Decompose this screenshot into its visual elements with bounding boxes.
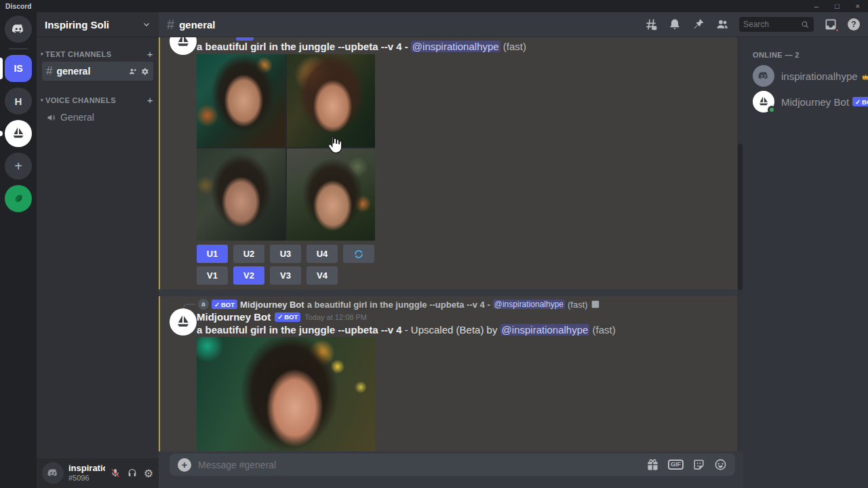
voice-channel-general[interactable]: General <box>42 108 153 126</box>
minimize-button[interactable]: – <box>814 3 818 10</box>
user-discriminator: #5096 <box>68 474 105 483</box>
reply-reference[interactable]: ✓BOT Midjourney Bot a beautiful girl in … <box>198 299 730 310</box>
upscale-button-u3[interactable]: U3 <box>270 245 301 263</box>
settings-gear-icon[interactable]: ⚙ <box>144 467 153 480</box>
close-button[interactable]: × <box>856 3 860 10</box>
generated-image-grid[interactable] <box>197 54 375 241</box>
midjourney-bot-avatar[interactable] <box>170 37 197 55</box>
emoji-icon[interactable] <box>714 458 727 471</box>
chat-scrollbar-thumb[interactable] <box>738 144 743 290</box>
server-header[interactable]: Inspiring Soli <box>37 12 159 37</box>
server-initials: IS <box>14 63 22 74</box>
message-author[interactable]: Midjourney Bot <box>197 311 271 323</box>
category-label: TEXT CHANNELS <box>45 50 147 58</box>
unread-server-pill <box>0 131 3 136</box>
prompt-text: a beautiful girl in the junggle --upbeta… <box>197 41 402 52</box>
member-list-icon[interactable] <box>715 18 729 31</box>
prompt-text: a beautiful girl in the junggle --upbeta… <box>197 324 402 336</box>
message-text: a beautiful girl in the junggle --upbeta… <box>197 41 526 52</box>
user-mention[interactable]: @inspirationalhype <box>411 41 500 52</box>
grid-image-4[interactable] <box>287 148 376 241</box>
microphone-muted-icon[interactable] <box>110 468 121 479</box>
create-channel-button[interactable]: + <box>147 94 153 106</box>
leaf-icon <box>11 191 26 206</box>
reply-bot-avatar <box>198 299 209 310</box>
app-title: Discord <box>5 3 32 10</box>
upscale-button-u1[interactable]: U1 <box>197 245 228 263</box>
sticker-icon[interactable] <box>692 458 705 471</box>
text-channels-category[interactable]: ▾ TEXT CHANNELS + <box>37 48 159 60</box>
voice-channel-name: General <box>60 112 149 123</box>
channel-name: general <box>56 66 124 77</box>
plus-icon: + <box>14 159 22 174</box>
chevron-down-icon <box>142 20 151 28</box>
invite-people-icon[interactable] <box>128 67 137 76</box>
member-list: ONLINE — 2 inspirationalhype <box>743 37 868 488</box>
image-attachment-icon <box>591 300 600 309</box>
bot-badge: ✓BOT <box>275 312 300 322</box>
upscale-button-u4[interactable]: U4 <box>307 245 338 263</box>
gif-picker-icon[interactable]: GIF <box>668 460 684 470</box>
grid-image-3[interactable] <box>197 148 285 241</box>
attach-plus-icon[interactable]: + <box>178 458 191 472</box>
create-channel-button[interactable]: + <box>147 48 153 60</box>
upscaled-image[interactable] <box>197 337 375 451</box>
message-text: a beautiful girl in the junggle --upbeta… <box>197 324 616 336</box>
headphones-icon[interactable] <box>127 468 138 479</box>
user-mention[interactable]: @inspirationalhype <box>493 300 565 309</box>
online-status-dot <box>768 106 776 114</box>
member-row-inspirationalhype[interactable]: inspirationalhype <box>753 63 863 89</box>
threads-icon[interactable] <box>644 18 658 31</box>
variation-button-v1[interactable]: V1 <box>197 266 228 285</box>
channel-settings-gear-icon[interactable] <box>140 67 149 76</box>
home-button[interactable] <box>5 16 32 43</box>
message-composer: + GIF <box>159 451 743 488</box>
inbox-unread-badge <box>835 28 840 33</box>
category-arrow-icon: ▾ <box>41 98 43 103</box>
reroll-button[interactable] <box>343 245 374 263</box>
message-upscaled-result: ✓BOT Midjourney Bot a beautiful girl in … <box>159 296 737 451</box>
search-box[interactable] <box>739 17 814 32</box>
grid-image-2[interactable] <box>287 54 376 147</box>
variation-button-v2[interactable]: V2 <box>233 266 264 285</box>
server-icon-midjourney[interactable] <box>5 120 32 147</box>
speaker-icon <box>46 113 56 123</box>
message-timestamp: Today at 12:08 PM <box>304 313 367 321</box>
member-row-midjourney-bot[interactable]: Midjourney Bot ✓BOT <box>753 89 863 115</box>
server-name: Inspiring Soli <box>45 19 109 30</box>
help-icon[interactable]: ? <box>848 18 860 30</box>
server-icon-h[interactable]: H <box>5 87 32 115</box>
variation-button-v4[interactable]: V4 <box>307 266 338 285</box>
message-input[interactable] <box>198 460 639 470</box>
message-input-bar[interactable]: + GIF <box>170 453 735 476</box>
chat-scrollbar[interactable] <box>737 37 743 451</box>
window-titlebar: Discord – □ × <box>0 0 868 12</box>
maximize-button[interactable]: □ <box>835 3 840 10</box>
selected-server-pill <box>0 58 3 79</box>
grid-image-1[interactable] <box>197 54 285 147</box>
gift-icon[interactable] <box>646 458 659 471</box>
midjourney-bot-avatar[interactable] <box>170 308 197 336</box>
server-icon-green[interactable] <box>5 185 32 212</box>
reply-author: Midjourney Bot <box>240 300 304 310</box>
inbox-icon[interactable] <box>824 18 837 31</box>
upscale-button-u2[interactable]: U2 <box>233 245 264 263</box>
server-icon-inspiring-soli[interactable]: IS <box>5 55 32 82</box>
search-icon <box>801 20 810 29</box>
voice-channels-category[interactable]: ▾ VOICE CHANNELS + <box>37 94 159 106</box>
search-input[interactable] <box>743 20 798 29</box>
pinned-messages-icon[interactable] <box>692 18 705 31</box>
window-controls: – □ × <box>814 3 860 10</box>
message-grid-result: a beautiful girl in the junggle --upbeta… <box>159 37 737 289</box>
channel-item-general[interactable]: # general <box>42 62 153 81</box>
discord-app: Discord – □ × IS H <box>0 0 868 488</box>
online-count-label: ONLINE — 2 <box>753 51 863 59</box>
user-mention[interactable]: @inspirationalhype <box>500 324 590 336</box>
add-server-button[interactable]: + <box>5 152 32 180</box>
user-avatar[interactable] <box>42 462 64 484</box>
notifications-bell-icon[interactable] <box>668 18 682 31</box>
server-owner-crown-icon <box>861 72 868 81</box>
reroll-arrows-icon <box>353 249 364 260</box>
member-name: inspirationalhype <box>781 70 858 82</box>
variation-button-v3[interactable]: V3 <box>270 266 301 285</box>
